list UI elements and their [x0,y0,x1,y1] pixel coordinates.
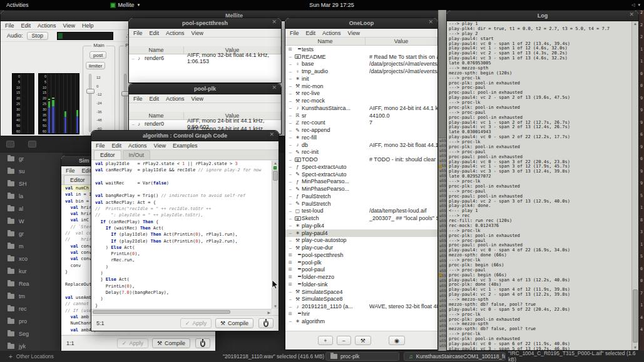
menu-actions[interactable]: Actions [128,143,147,149]
tab-editor[interactable]: Editor [94,150,121,159]
pool-plk-titlebar[interactable]: pool-plk ✕ [129,84,281,94]
sidebar-folder-item[interactable]: kur [0,265,63,278]
tree-row[interactable]: –♀base/data/projects/Almat/events/graz2.… [285,61,437,68]
power-button[interactable] [258,318,273,328]
expander-icon[interactable]: ⊞ [287,253,294,258]
sidebar-folder-item[interactable]: su [0,165,63,178]
sidebar-folder-item[interactable]: la [0,190,63,203]
taskbar-item-kunsthaus[interactable]: ♫ KunsthausStaircaseCOM1_100118_fin [404,352,506,361]
tree-row[interactable]: –✎MinPhasePearso... [285,185,437,193]
tree-row[interactable]: –⚒SimulateSpace8 [285,296,437,303]
limiter-button[interactable]: limiter [86,62,105,69]
tree-row[interactable]: –ƒPaulStretch [285,193,437,200]
tree-row[interactable]: –⚒play-cue-dur [285,244,437,251]
oneloop-titlebar[interactable]: OneLoop ✕ [285,18,437,29]
tree-row[interactable]: ⊞folder-mezzo [285,273,437,281]
menu-file[interactable]: File [290,30,299,36]
app-menu[interactable]: Mellite ▼ [110,2,141,8]
sidebar-folder-item[interactable]: Rea [0,278,63,290]
path-icon[interactable] [28,141,36,148]
tree-row[interactable]: –ƒMinPhasePearso... [285,178,437,186]
tree-row[interactable]: –⚒SimulateSpace4 [285,288,437,296]
expander-icon[interactable]: ⊞ [287,274,294,279]
tree-row[interactable]: –⚒mic-mon [285,83,437,90]
apply-button[interactable]: ✓ Apply [180,318,212,328]
menu-edit[interactable]: Edit [82,168,92,174]
menu-view[interactable]: View [192,96,203,102]
compile-button[interactable]: ⚒ Compile [152,338,190,348]
remove-button[interactable]: − [337,336,351,345]
tree-row[interactable]: –✎Spect-extractAuto [285,171,437,178]
sidebar-folder-item[interactable]: m [0,240,63,253]
compile-button[interactable]: ⚒ Compile [215,318,253,328]
sidebar-folder-item[interactable]: gr [0,153,63,165]
tree-row[interactable]: –✎PaulStretch [285,200,437,208]
column-header-name[interactable]: Name [285,38,365,45]
menu-view[interactable]: View [348,30,360,36]
menu-view[interactable]: View [154,143,166,149]
menu-view[interactable]: View [63,23,75,29]
power-button[interactable] [195,338,210,348]
tree-row[interactable]: ⊞tests [285,46,437,53]
expander-icon[interactable]: ⊞ [287,47,294,52]
eye-button[interactable]: ◉ [389,336,405,345]
horizontal-scrollbar[interactable]: ▶ [91,309,272,314]
menu-file[interactable]: File [133,30,143,36]
tree-row[interactable]: –∗algorithm [285,318,437,325]
column-header-value[interactable]: Value [365,38,437,45]
activities-button[interactable]: Activities [6,2,29,8]
close-icon[interactable]: ✕ [629,11,634,18]
tab-inout[interactable]: In/Out [123,150,151,159]
menu-actions[interactable]: Actions [166,30,185,36]
tree-row[interactable]: –⚒play-cue-autostop [285,237,437,244]
menu-edit[interactable]: Edit [150,96,160,102]
network-icon[interactable]: ▾ [638,3,640,8]
menu-actions[interactable]: Actions [166,96,185,102]
expander-icon[interactable]: ⊞ [287,282,294,287]
sidebar-folder-item[interactable]: gr [0,228,63,240]
menu-view[interactable]: View [192,30,203,36]
sidebar-folder-item[interactable]: tm [0,290,63,303]
tree-row[interactable]: –⚒rec-live [285,90,437,98]
expander-icon[interactable]: ⊞ [287,260,294,265]
column-header-name[interactable]: Name [129,112,184,119]
tree-row[interactable]: –∗play-paul4 [285,229,437,237]
menu-edit[interactable]: Edit [306,30,316,36]
close-icon[interactable]: ✕ [272,84,277,91]
menu-file[interactable]: File [66,168,75,174]
menu-file[interactable]: File [5,23,14,29]
tree-row[interactable]: –♪dbAIFF, mono 32-bit float 44.1 kHz, 2:… [285,141,437,149]
tree-row[interactable]: –MSketch_200307_ ## "local pools" Say we… [285,214,437,222]
tree-row[interactable]: –∗init [285,75,437,83]
menu-help[interactable]: Help [82,23,94,29]
tree-row[interactable]: –ℝsr44100.0 [285,112,437,119]
sidebar-folder-item[interactable]: Seg [0,328,63,340]
main-volume-fader[interactable]: 120-12-24-36-48-60 [86,74,111,132]
tree-row[interactable]: –♀tmp_audio/data/projects/Almat/events/g… [285,68,437,75]
close-icon[interactable]: ✕ [269,131,274,138]
post-button[interactable]: post [89,51,106,59]
clock[interactable]: Sun Mar 29 17:25 [294,2,369,8]
tree-row[interactable]: ⊞pool-paul [285,266,437,274]
tree-row[interactable]: –✎rec-init [285,149,437,156]
tree-row[interactable]: –⚒rec-mock [285,97,437,104]
expander-icon[interactable]: ⊞ [287,267,294,272]
volume-icon[interactable]: ◁ [631,3,635,8]
menu-edit[interactable]: Edit [21,23,31,29]
menu-edit[interactable]: Edit [112,143,122,149]
other-locations-item[interactable]: + Other Locations [9,353,54,360]
tree-row[interactable]: –ℤrec-count7 [285,119,437,127]
tree-row[interactable]: ⊞folder-sink [285,281,437,288]
close-icon[interactable]: ✕ [428,19,433,25]
pool-spectthresh-titlebar[interactable]: pool-spectthresh ✕ [129,18,281,29]
log-text[interactable]: ---> play 1play-plk4: dir = true, t1 = 0… [447,21,631,350]
sidebar-folder-item[interactable]: SH [0,178,63,190]
log-scrollbar[interactable]: ▲ ▼ [631,21,638,350]
audio-stop-button[interactable]: Stop [27,32,49,40]
menu-edit[interactable]: Edit [150,30,160,36]
sidebar-folder-item[interactable]: xco [0,253,63,265]
tree-row[interactable]: –MREADME# Read Me To start this on a new… [285,53,437,61]
tree-row[interactable]: –▢test-loud/data/temp/test-loud.aif [285,208,437,215]
taskbar-item-proc-plk[interactable]: proc-plk [325,352,399,361]
tree-row[interactable]: –∗play-plk4 [285,222,437,229]
